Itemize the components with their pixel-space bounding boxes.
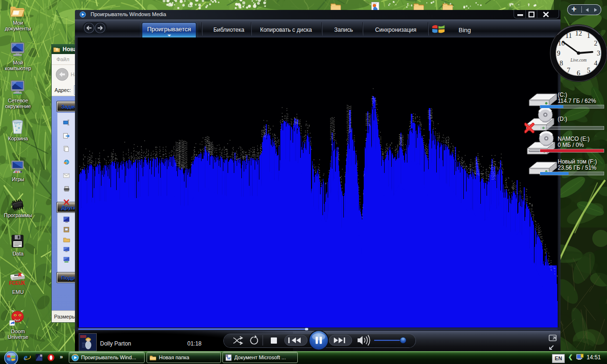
svg-text:W: W: [227, 356, 231, 361]
svg-text:FCEU: FCEU: [9, 281, 22, 286]
svg-text:7: 7: [567, 66, 570, 74]
svg-text:12: 12: [575, 29, 582, 37]
svg-text:2: 2: [594, 39, 598, 47]
svg-text:X: X: [21, 280, 25, 286]
svg-text:8: 8: [560, 59, 563, 67]
svg-text:Live.com: Live.com: [570, 58, 587, 63]
svg-text:4: 4: [594, 59, 598, 67]
svg-text:11: 11: [565, 32, 572, 39]
svg-text:1: 1: [587, 32, 590, 39]
svg-text:9: 9: [557, 49, 560, 57]
svg-text:6: 6: [577, 69, 580, 77]
svg-text:e: e: [24, 354, 28, 362]
svg-text:3: 3: [597, 49, 600, 57]
svg-text:5: 5: [587, 66, 590, 74]
